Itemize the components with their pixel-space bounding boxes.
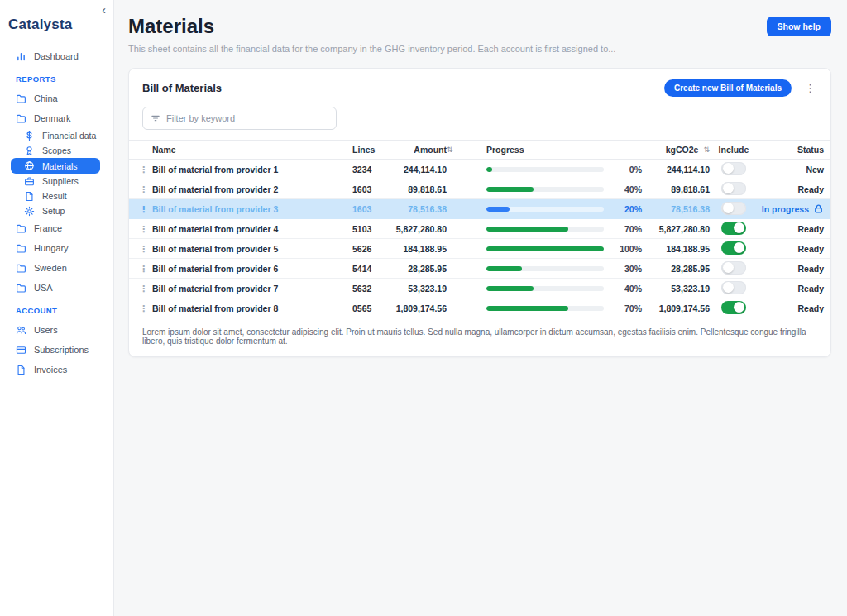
kebab-menu-icon[interactable]: ⋮ <box>802 82 819 94</box>
kgco2e-cell: 5,827,280.80 <box>642 224 710 234</box>
sidebar-item-invoices[interactable]: Invoices <box>0 360 113 380</box>
status-text: Ready <box>797 284 824 294</box>
table-body: ⋮Bill of material from provider 13234244… <box>129 160 830 318</box>
folder-icon <box>16 93 26 104</box>
drag-handle-icon[interactable]: ⋮ <box>139 265 152 273</box>
table-row[interactable]: ⋮Bill of material from provider 451035,8… <box>129 219 830 239</box>
progress-bar-fill <box>486 227 568 232</box>
sidebar-item-financial-data[interactable]: Financial data <box>0 128 113 143</box>
sidebar-item-china[interactable]: China <box>0 88 113 108</box>
progress-cell: 40% <box>468 184 642 194</box>
sidebar-item-france[interactable]: France <box>0 218 113 238</box>
table-row[interactable]: ⋮Bill of material from provider 6541428,… <box>129 259 830 279</box>
sidebar-item-label: Invoices <box>34 365 67 375</box>
award-icon <box>24 146 35 156</box>
progress-cell: 100% <box>468 244 642 254</box>
include-toggle[interactable] <box>721 202 746 215</box>
table-row[interactable]: ⋮Bill of material from provider 13234244… <box>129 160 830 179</box>
filter-input[interactable] <box>166 113 328 123</box>
table-row[interactable]: ⋮Bill of material from provider 805651,8… <box>129 298 830 318</box>
include-toggle[interactable] <box>721 162 746 175</box>
sidebar-item-label: Setup <box>42 206 65 216</box>
amount-cell: 184,188.95 <box>389 244 447 254</box>
include-toggle[interactable] <box>721 241 746 255</box>
include-cell <box>710 281 758 296</box>
include-toggle[interactable] <box>721 182 746 195</box>
name-cell: Bill of material from provider 4 <box>152 224 352 234</box>
sidebar-item-label: Users <box>34 325 58 335</box>
drag-handle-icon[interactable]: ⋮ <box>139 165 152 174</box>
sidebar-item-subscriptions[interactable]: Subscriptions <box>0 340 113 360</box>
dashboard-icon <box>16 51 26 62</box>
progress-bar-fill <box>486 306 568 311</box>
amount-cell: 53,323.19 <box>389 284 447 294</box>
bill-of-materials-panel: Bill of Materials Create new Bill of Mat… <box>128 68 831 357</box>
sidebar-collapse-icon[interactable]: ‹ <box>102 3 106 17</box>
progress-bar <box>486 306 604 311</box>
invoice-icon <box>16 365 26 375</box>
drag-handle-icon[interactable]: ⋮ <box>139 284 152 293</box>
name-cell: Bill of material from provider 8 <box>152 303 352 313</box>
include-cell <box>710 202 758 217</box>
sidebar-item-denmark[interactable]: Denmark <box>0 108 113 128</box>
lines-cell: 5626 <box>352 244 389 254</box>
include-toggle[interactable] <box>721 222 746 235</box>
include-cell <box>710 261 758 276</box>
lines-cell: 5414 <box>352 264 389 274</box>
kgco2e-cell: 28,285.95 <box>642 264 710 274</box>
progress-bar <box>486 286 604 291</box>
drag-handle-icon[interactable]: ⋮ <box>139 225 152 233</box>
sidebar-item-suppliers[interactable]: Suppliers <box>0 174 113 189</box>
sidebar-item-dashboard[interactable]: Dashboard <box>0 46 113 66</box>
sidebar-item-hungary[interactable]: Hungary <box>0 238 113 258</box>
nav-section-account: ACCOUNT <box>0 298 113 320</box>
sidebar-item-materials[interactable]: Materials <box>11 158 100 174</box>
drag-handle-icon[interactable]: ⋮ <box>139 185 152 193</box>
users-icon <box>16 325 26 336</box>
table-header: Name Lines Amount ⇅ Progress kgCO2e ⇅ In… <box>129 141 830 160</box>
column-header-amount[interactable]: Amount <box>389 145 447 155</box>
progress-cell: 30% <box>468 264 642 274</box>
progress-bar-fill <box>486 246 604 251</box>
status-text: Ready <box>797 303 824 313</box>
include-cell <box>710 301 758 316</box>
amount-cell: 1,809,174.56 <box>389 303 447 313</box>
column-header-kgco2e[interactable]: kgCO2e ⇅ <box>642 145 710 155</box>
main-content: Materials This sheet contains all the fi… <box>114 0 847 616</box>
sidebar-item-setup[interactable]: Setup <box>0 203 113 218</box>
status-text: Ready <box>797 264 824 274</box>
filter-box <box>142 107 337 130</box>
progress-cell: 70% <box>468 303 642 313</box>
name-cell: Bill of material from provider 1 <box>152 165 352 174</box>
include-cell <box>710 182 758 197</box>
create-bill-button[interactable]: Create new Bill of Materials <box>664 79 792 97</box>
drag-handle-icon[interactable]: ⋮ <box>139 245 152 253</box>
toggle-knob <box>723 282 734 293</box>
sort-kgco2e-icon[interactable]: ⇅ <box>703 146 710 154</box>
status-cell: Ready <box>758 284 827 294</box>
sidebar-item-label: Materials <box>42 161 78 171</box>
drag-handle-icon[interactable]: ⋮ <box>139 205 152 213</box>
include-toggle[interactable] <box>721 261 746 275</box>
amount-cell: 244,114.10 <box>389 165 447 174</box>
show-help-button[interactable]: Show help <box>767 17 832 36</box>
drag-handle-icon[interactable]: ⋮ <box>139 304 152 313</box>
lines-cell: 5632 <box>352 284 389 294</box>
sidebar-item-users[interactable]: Users <box>0 320 113 340</box>
include-toggle[interactable] <box>721 301 746 314</box>
table-row[interactable]: ⋮Bill of material from provider 2160389,… <box>129 179 830 199</box>
progress-bar-fill <box>486 266 522 271</box>
progress-percent: 70% <box>612 303 642 313</box>
sort-amount-icon[interactable]: ⇅ <box>447 146 468 154</box>
sidebar-item-sweden[interactable]: Sweden <box>0 258 113 278</box>
table-row[interactable]: ⋮Bill of material from provider 3160378,… <box>129 199 830 219</box>
lock-icon <box>813 203 824 214</box>
status-text: In progress <box>762 204 809 214</box>
table-row[interactable]: ⋮Bill of material from provider 55626184… <box>129 239 830 259</box>
sidebar-item-usa[interactable]: USA <box>0 278 113 298</box>
progress-bar-fill <box>486 167 492 172</box>
sidebar-item-scopes[interactable]: Scopes <box>0 143 113 158</box>
sidebar-item-result[interactable]: Result <box>0 189 113 203</box>
include-toggle[interactable] <box>721 281 746 294</box>
table-row[interactable]: ⋮Bill of material from provider 7563253,… <box>129 279 830 298</box>
